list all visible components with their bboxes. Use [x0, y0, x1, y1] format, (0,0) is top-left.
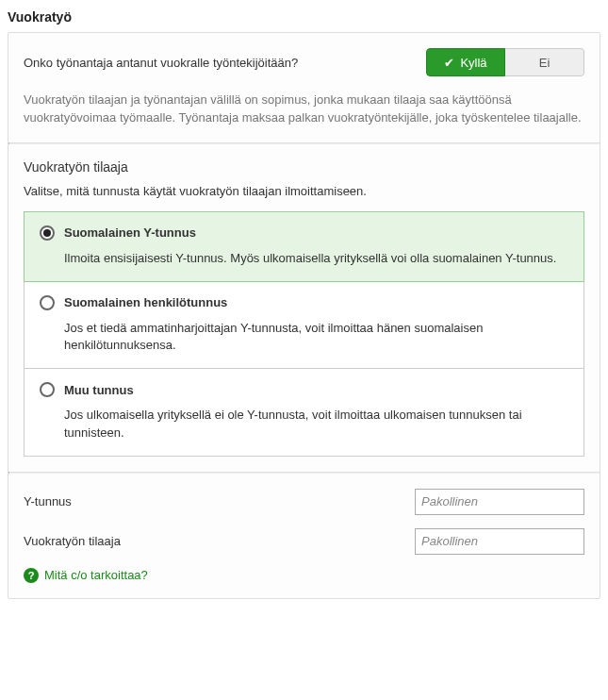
radio-label: Muu tunnus	[64, 383, 134, 397]
radio-list: Suomalainen Y-tunnus Ilmoita ensisijaise…	[24, 211, 584, 457]
help-link[interactable]: Mitä c/o tarkoittaa?	[44, 568, 148, 582]
radio-desc: Ilmoita ensisijaisesti Y-tunnus. Myös ul…	[40, 250, 568, 268]
tilaaja-heading: Vuokratyön tilaaja	[24, 159, 584, 175]
toggle-yes-button[interactable]: ✔ Kyllä	[426, 48, 505, 76]
radio-label: Suomalainen Y-tunnus	[64, 225, 196, 240]
toggle-no-button[interactable]: Ei	[505, 48, 584, 76]
radio-icon	[40, 225, 55, 241]
radio-option-ytunnus[interactable]: Suomalainen Y-tunnus Ilmoita ensisijaise…	[24, 211, 584, 282]
question-row: Onko työnantaja antanut vuokralle työnte…	[24, 48, 584, 76]
ytunnus-input[interactable]	[415, 489, 584, 515]
form-row-ytunnus: Y-tunnus	[24, 489, 584, 515]
page-title: Vuokratyö	[8, 6, 600, 32]
radio-desc: Jos ulkomaisella yrityksellä ei ole Y-tu…	[40, 407, 568, 442]
tilaaja-desc: Valitse, mitä tunnusta käytät vuokratyön…	[24, 184, 584, 198]
radio-option-henkilotunnus[interactable]: Suomalainen henkilötunnus Jos et tiedä a…	[24, 282, 584, 370]
radio-option-muu[interactable]: Muu tunnus Jos ulkomaisella yrityksellä …	[24, 369, 584, 457]
radio-icon	[40, 295, 55, 310]
check-icon: ✔	[444, 57, 454, 69]
tilaaja-label: Vuokratyön tilaaja	[24, 534, 121, 548]
info-text: Vuokratyön tilaajan ja työnantajan välil…	[24, 92, 584, 127]
toggle-yes-label: Kyllä	[460, 56, 486, 70]
ytunnus-label: Y-tunnus	[24, 494, 72, 508]
info-icon: ?	[24, 568, 39, 583]
radio-icon	[40, 382, 55, 397]
radio-desc: Jos et tiedä ammatinharjoittajan Y-tunnu…	[40, 320, 568, 356]
yes-no-toggle: ✔ Kyllä Ei	[426, 48, 584, 76]
main-panel: Onko työnantaja antanut vuokralle työnte…	[8, 32, 600, 599]
form-row-tilaaja: Vuokratyön tilaaja	[24, 528, 584, 555]
toggle-no-label: Ei	[539, 56, 550, 70]
question-text: Onko työnantaja antanut vuokralle työnte…	[24, 56, 298, 70]
tilaaja-input[interactable]	[415, 528, 584, 555]
radio-label: Suomalainen henkilötunnus	[64, 295, 227, 309]
